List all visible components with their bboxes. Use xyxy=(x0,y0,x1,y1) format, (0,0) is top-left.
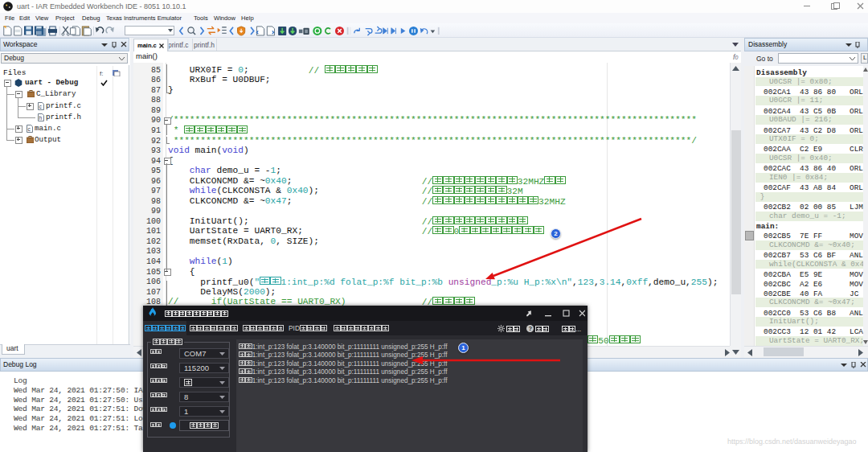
svg-text:h: h xyxy=(39,115,43,121)
svg-text:f:: f: xyxy=(100,70,103,76)
svg-text:?: ? xyxy=(529,325,533,332)
